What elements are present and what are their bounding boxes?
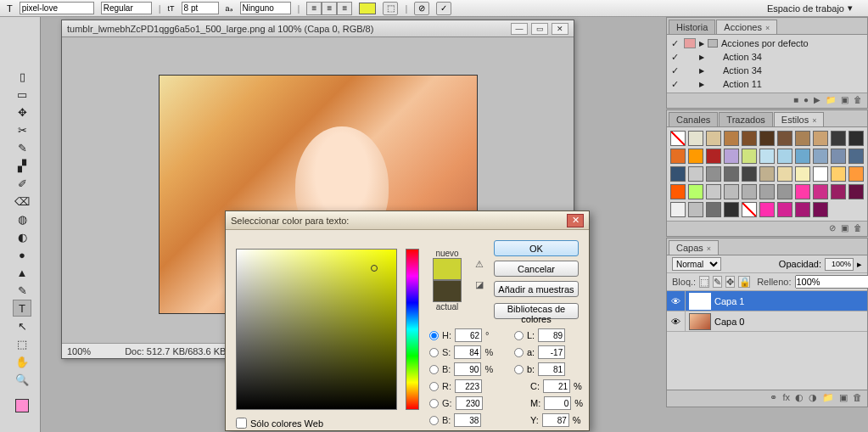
tool-3[interactable]: ✂ xyxy=(13,121,31,138)
style-swatch[interactable] xyxy=(759,131,775,146)
zoom-level[interactable]: 100% xyxy=(67,346,91,356)
c-input[interactable] xyxy=(543,379,570,393)
tool-0[interactable]: ▯ xyxy=(13,68,31,85)
lock-all-icon[interactable]: 🔒 xyxy=(738,276,750,288)
style-swatch[interactable] xyxy=(742,166,757,182)
style-swatch[interactable] xyxy=(777,131,792,146)
bb-radio[interactable] xyxy=(429,416,439,425)
layer-row[interactable]: 👁Capa 0 xyxy=(667,311,867,332)
warp-text-button[interactable]: ⬚ xyxy=(383,2,398,15)
style-swatch[interactable] xyxy=(777,149,792,164)
record-icon[interactable]: ● xyxy=(804,95,809,106)
style-swatch[interactable] xyxy=(742,149,757,164)
m-input[interactable] xyxy=(544,396,571,410)
font-weight-select[interactable] xyxy=(101,2,152,14)
style-swatch[interactable] xyxy=(706,166,721,182)
style-swatch[interactable] xyxy=(670,131,686,146)
l-input[interactable] xyxy=(538,328,565,342)
fill-input[interactable] xyxy=(795,275,869,289)
h-input[interactable] xyxy=(455,328,482,342)
style-swatch[interactable] xyxy=(848,184,864,199)
cancel-edit-button[interactable]: ⊘ xyxy=(414,2,429,15)
tab-layers[interactable]: Capas× xyxy=(669,240,719,255)
commit-edit-button[interactable]: ✓ xyxy=(436,2,451,15)
style-swatch[interactable] xyxy=(813,202,828,217)
bv-input[interactable] xyxy=(454,362,481,376)
style-swatch[interactable] xyxy=(688,131,703,146)
link-layers-icon[interactable]: ⚭ xyxy=(770,392,777,405)
style-swatch[interactable] xyxy=(724,149,739,164)
style-swatch[interactable] xyxy=(706,149,721,164)
trash-icon[interactable]: 🗑 xyxy=(854,95,862,106)
a-input[interactable] xyxy=(538,345,565,359)
new-set-icon[interactable]: 📁 xyxy=(826,95,836,106)
tool-5[interactable]: ▞ xyxy=(13,157,31,174)
style-swatch[interactable] xyxy=(831,131,846,146)
tab-history[interactable]: Historia xyxy=(669,20,715,34)
tool-6[interactable]: ✐ xyxy=(13,175,31,192)
cancel-button[interactable]: Cancelar xyxy=(494,261,579,277)
style-swatch[interactable] xyxy=(724,184,739,199)
style-swatch[interactable] xyxy=(813,184,828,199)
style-swatch[interactable] xyxy=(670,166,686,182)
align-left-button[interactable]: ≡ xyxy=(306,2,322,15)
style-swatch[interactable] xyxy=(795,131,810,146)
add-swatch-button[interactable]: Añadir a muestras xyxy=(494,281,579,297)
tool-4[interactable]: ✎ xyxy=(13,139,31,156)
style-swatch[interactable] xyxy=(670,184,686,199)
style-swatch[interactable] xyxy=(670,149,686,164)
style-swatch[interactable] xyxy=(724,202,739,217)
tool-16[interactable]: ✋ xyxy=(13,353,31,370)
style-swatch[interactable] xyxy=(795,149,810,164)
websafe-warning-icon[interactable]: ◪ xyxy=(475,279,487,291)
text-color-swatch[interactable] xyxy=(359,3,376,14)
saturation-value-box[interactable] xyxy=(236,249,397,410)
style-swatch[interactable] xyxy=(724,131,739,146)
close-button[interactable]: ✕ xyxy=(552,23,568,35)
style-swatch[interactable] xyxy=(688,184,703,199)
tool-12[interactable]: ✎ xyxy=(13,282,31,299)
ok-button[interactable]: OK xyxy=(494,240,579,256)
style-swatch[interactable] xyxy=(795,202,810,217)
maximize-button[interactable]: ▭ xyxy=(531,23,548,35)
fx-icon[interactable]: fx xyxy=(782,392,790,405)
style-swatch[interactable] xyxy=(777,184,792,199)
tool-2[interactable]: ✥ xyxy=(13,104,31,121)
color-libraries-button[interactable]: Bibliotecas de colores xyxy=(494,303,579,319)
tab-channels[interactable]: Canales xyxy=(669,112,718,126)
workspace-label[interactable]: Espacio de trabajo xyxy=(767,3,844,14)
style-swatch[interactable] xyxy=(759,184,775,199)
tool-8[interactable]: ◍ xyxy=(13,210,31,227)
g-input[interactable] xyxy=(456,396,483,410)
new-style-icon[interactable]: ▣ xyxy=(841,223,848,234)
style-swatch[interactable] xyxy=(848,166,864,182)
style-swatch[interactable] xyxy=(831,149,846,164)
r-input[interactable] xyxy=(455,379,482,393)
antialias-select[interactable] xyxy=(240,2,291,14)
action-row[interactable]: ✓▶Acciones por defecto xyxy=(667,36,867,50)
lab-b-input[interactable] xyxy=(538,362,565,376)
mask-icon[interactable]: ◐ xyxy=(795,392,804,405)
picker-close-button[interactable]: ✕ xyxy=(567,214,584,227)
trash-layer-icon[interactable]: 🗑 xyxy=(853,392,862,405)
opacity-arrow-icon[interactable]: ▸ xyxy=(857,259,862,270)
style-swatch[interactable] xyxy=(759,202,775,217)
stop-icon[interactable]: ■ xyxy=(793,95,798,106)
lab-b-radio[interactable] xyxy=(514,365,524,374)
style-swatch[interactable] xyxy=(848,131,864,146)
l-radio[interactable] xyxy=(514,331,524,340)
lock-transparency-icon[interactable]: ⬚ xyxy=(699,276,709,288)
opacity-input[interactable] xyxy=(825,258,854,271)
y-input[interactable] xyxy=(542,413,569,427)
tool-15[interactable]: ⬚ xyxy=(13,335,31,352)
tool-11[interactable]: ▲ xyxy=(13,264,31,281)
gamut-warning-icon[interactable]: ⚠ xyxy=(475,259,487,271)
style-swatch[interactable] xyxy=(670,202,686,217)
style-swatch[interactable] xyxy=(831,166,846,182)
style-swatch[interactable] xyxy=(795,166,810,182)
style-swatch[interactable] xyxy=(688,149,703,164)
style-swatch[interactable] xyxy=(742,184,757,199)
g-radio[interactable] xyxy=(429,399,439,408)
style-swatch[interactable] xyxy=(742,202,757,217)
a-radio[interactable] xyxy=(514,348,524,357)
